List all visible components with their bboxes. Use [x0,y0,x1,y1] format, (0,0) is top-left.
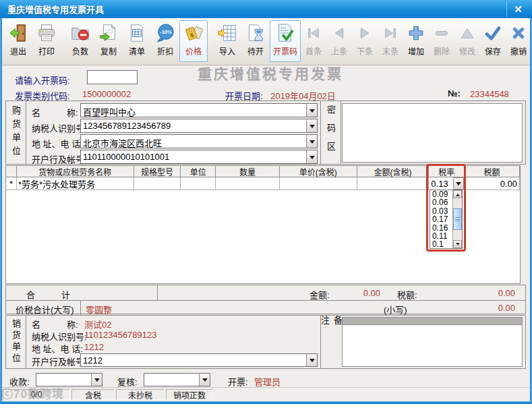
prev-record-icon [328,22,350,44]
col-unit-price: 单价(含税) [280,166,357,177]
import-button[interactable]: 导入 [213,20,241,62]
totals-vdivider [80,300,81,315]
chevron-down-icon[interactable] [306,150,317,163]
enter-code-label: 请输入开票码: [15,74,70,86]
password-area-box [342,103,523,163]
chevron-down-icon[interactable] [306,354,317,366]
next-record-button: 下条 [352,20,378,62]
payee-value [36,374,91,386]
add-button[interactable]: 增加 [403,20,429,62]
tax-rate-combobox[interactable]: 0.13 [429,177,464,190]
chevron-down-icon[interactable] [306,135,317,148]
seller-bank-value: 1212 [81,354,306,366]
modify-triangle-icon [456,22,478,44]
buyer-bank-combobox[interactable]: 110110000010101001 [80,150,318,164]
buyer-taxid-combobox[interactable]: 123456789123456789 [80,119,318,133]
undo-x-icon [508,22,529,44]
pending-button[interactable]: 待开 [241,20,270,62]
goods-name-cell[interactable]: *劳务*污水处理劳务 [17,177,134,190]
total-figures-value: 0.00 [475,303,515,313]
discount-label: 折扣 [157,45,173,57]
table-row[interactable]: * *劳务*污水处理劳务 0.13 0.00 [6,177,520,190]
discount-button[interactable]: -10% 折扣 [151,20,179,62]
amount-cell[interactable] [357,177,430,190]
exit-label: 退出 [10,45,26,57]
seller-taxid-value: 110123456789123 [84,330,157,340]
chevron-down-icon[interactable] [199,374,210,386]
remark-box [342,317,523,367]
tax-rate-cell: 0.13 [429,177,465,190]
seller-taxid-label: 纳税人识别号: [32,330,87,343]
chevron-down-icon[interactable] [306,104,317,117]
list-button[interactable]: 清单 [123,20,151,62]
spec-cell[interactable] [134,177,181,190]
type-code-value: 1500000002 [82,89,131,99]
remark-textarea[interactable] [342,324,523,367]
row-selector-header [6,166,17,177]
list-page-icon [126,22,148,44]
seller-address-label: 地 址、电 话: [32,342,83,355]
seller-address-value: 1212 [84,342,104,352]
reviewer-label: 复核: [117,375,138,388]
tax-amount-cell[interactable]: 0.00 [465,177,520,190]
negative-button[interactable]: 负数 [66,20,94,62]
status-empty-cell [214,389,528,400]
save-check-icon [482,22,504,44]
status-output-positive: 销项正数 [166,389,213,400]
close-icon[interactable]: ✕ [506,1,529,17]
print-label: 打印 [38,45,55,57]
sum-label: 合 计 [26,288,70,301]
invoice-code-button[interactable]: 开票码 [270,20,301,62]
scroll-up-icon[interactable] [453,190,462,198]
payee-combobox[interactable] [36,373,102,386]
seller-name-value: 测试02 [84,318,111,330]
pending-label: 待开 [247,45,264,57]
remark-label-cell: 备注 [320,316,341,368]
issuer-value: 管理员 [254,375,280,388]
sum-amount-value: 0.00 [347,288,380,298]
price-button[interactable]: $ 价格 [179,20,208,62]
list-label: 清单 [129,45,145,57]
tax-rate-dropdown-list: 0.09 0.06 0.03 0.17 0.16 0.11 0.1 [430,190,463,249]
buyer-name-combobox[interactable]: 百望呼叫中心 [80,103,318,117]
col-tax-amount: 税额 [465,166,520,177]
remark-label: 备注 [318,316,344,368]
seller-bank-combobox[interactable]: 1212 [80,353,318,367]
buyer-address-combobox[interactable]: 北京市海淀区西北旺 [80,134,318,148]
dropdown-scrollbar[interactable] [452,190,462,248]
scroll-down-icon[interactable] [453,240,462,248]
reviewer-combobox[interactable] [144,373,210,386]
window-border-left [0,18,2,404]
buyer-taxid-label: 纳税人识别号: [32,121,87,134]
unit-price-cell[interactable] [280,177,357,190]
save-button[interactable]: 保存 [480,20,506,62]
last-record-label: 末条 [382,45,398,57]
status-tax-included: 含税 [71,389,115,400]
invoice-code-input[interactable] [87,70,138,84]
total-words-value: 零圆整 [86,303,112,316]
chevron-down-icon[interactable] [306,119,317,132]
copy-button[interactable]: 复制 [94,20,123,62]
modify-button: 修改 [454,20,480,62]
password-area-label-cell: 密码区 [320,101,341,164]
scrollbar-thumb[interactable] [453,208,462,230]
chevron-down-icon[interactable] [453,177,464,190]
folder-minus-icon [69,22,91,44]
add-plus-icon [405,22,427,44]
prev-record-button: 上条 [326,20,352,62]
invoice-code-label: 开票码 [273,45,297,57]
print-button[interactable]: 打印 [32,20,61,62]
modify-label: 修改 [459,45,475,57]
price-tag-icon: $ [183,22,204,44]
svg-text:-10%: -10% [160,29,172,35]
col-amount: 金额(含税) [357,166,430,177]
exit-button[interactable]: 退出 [4,20,32,62]
negative-label: 负数 [72,45,88,57]
undo-button[interactable]: 撤销 [506,20,531,62]
qty-cell[interactable] [216,177,280,190]
total-words-label: 价税合计(大写) [16,303,74,316]
tax-rate-value: 0.13 [429,177,453,190]
unit-cell[interactable] [181,177,216,190]
chevron-down-icon[interactable] [91,374,102,386]
undo-label: 撤销 [510,45,527,57]
